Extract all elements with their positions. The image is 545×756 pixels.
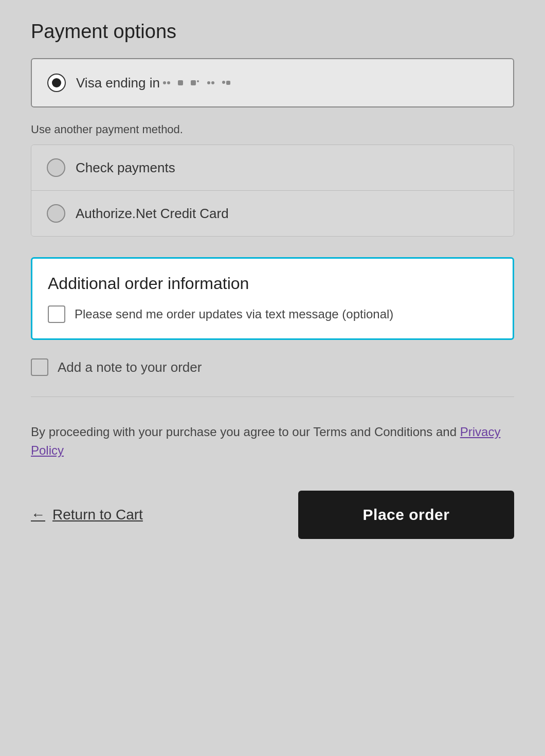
dot: [211, 81, 214, 84]
terms-text-before: By proceeding with your purchase you agr…: [31, 425, 460, 439]
note-checkbox[interactable]: [31, 358, 48, 376]
dot-group-4: [207, 81, 214, 84]
additional-info-title: Additional order information: [48, 274, 497, 293]
check-payments-label: Check payments: [76, 160, 175, 176]
place-order-button[interactable]: Place order: [298, 491, 514, 539]
divider: [31, 397, 514, 397]
note-checkbox-row: Add a note to your order: [31, 358, 514, 376]
radio-authnet-icon: [47, 204, 65, 223]
payment-option-authnet[interactable]: Authorize.Net Credit Card: [31, 191, 514, 236]
page-container: Payment options Visa ending in: [0, 0, 545, 539]
visa-dots: [163, 75, 230, 91]
radio-selected-icon: [47, 74, 66, 92]
dot: [191, 80, 196, 85]
footer: ← Return to Cart Place order: [31, 491, 514, 539]
dot: [207, 81, 210, 84]
use-another-label: Use another payment method.: [31, 123, 514, 136]
dot-group-1: [163, 81, 170, 84]
return-to-cart-button[interactable]: ← Return to Cart: [31, 491, 143, 539]
payment-alternatives-list: Check payments Authorize.Net Credit Card: [31, 145, 514, 237]
dot: [222, 81, 225, 84]
dot: [163, 81, 166, 84]
note-label: Add a note to your order: [58, 359, 202, 375]
note-section: Add a note to your order: [31, 358, 514, 376]
selected-payment-option[interactable]: Visa ending in: [31, 58, 514, 107]
arrow-left-icon: ←: [31, 507, 45, 523]
text-updates-label: Please send me order updates via text me…: [75, 307, 393, 321]
terms-text: By proceeding with your purchase you agr…: [31, 423, 514, 460]
radio-check-icon: [47, 158, 65, 177]
additional-info-box: Additional order information Please send…: [31, 257, 514, 340]
dot: [167, 81, 170, 84]
dot: [178, 80, 183, 85]
return-to-cart-label: Return to Cart: [52, 507, 143, 523]
text-updates-checkbox[interactable]: [48, 305, 65, 323]
payment-option-check[interactable]: Check payments: [31, 145, 514, 191]
text-updates-row: Please send me order updates via text me…: [48, 305, 497, 323]
visa-text: Visa ending in: [76, 75, 160, 91]
dot-group-5: [222, 81, 230, 85]
dot: [197, 80, 199, 82]
dot-group-3: [191, 80, 199, 85]
dot: [226, 81, 230, 85]
payment-section-title: Payment options: [31, 21, 514, 43]
authnet-label: Authorize.Net Credit Card: [76, 206, 229, 222]
dot-group-2: [178, 80, 183, 85]
visa-label: Visa ending in: [76, 75, 230, 91]
